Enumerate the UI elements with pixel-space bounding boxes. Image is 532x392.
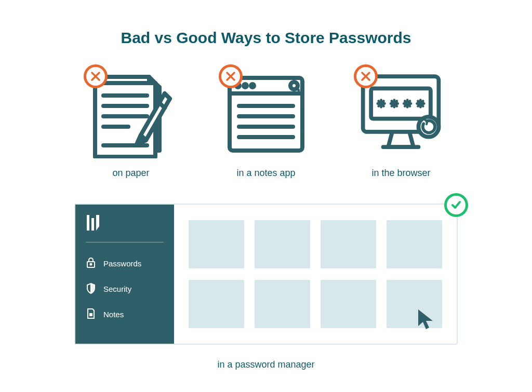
note-file-icon xyxy=(86,308,96,321)
svg-point-11 xyxy=(244,84,247,87)
good-option-label: in a password manager xyxy=(217,359,314,370)
pm-content-grid xyxy=(174,205,457,344)
bad-options-row: on paper xyxy=(0,67,532,179)
pm-logo-icon xyxy=(86,215,164,233)
svg-marker-41 xyxy=(96,215,99,231)
x-badge-icon xyxy=(354,64,378,88)
sidebar-item-label: Notes xyxy=(103,310,124,319)
sidebar-divider xyxy=(86,242,164,242)
pm-card[interactable] xyxy=(321,220,376,268)
sidebar-item-label: Security xyxy=(103,285,131,293)
bad-option-label: in the browser xyxy=(371,168,430,179)
svg-rect-44 xyxy=(90,314,92,316)
pm-card[interactable] xyxy=(387,220,442,268)
pm-card[interactable] xyxy=(255,280,310,328)
x-badge-icon xyxy=(84,64,108,88)
shield-icon xyxy=(86,282,96,295)
svg-rect-39 xyxy=(87,215,89,231)
svg-line-14 xyxy=(296,88,299,90)
sidebar-item-security[interactable]: Security xyxy=(86,282,164,295)
bad-option-label: on paper xyxy=(112,168,149,179)
x-badge-icon xyxy=(219,64,243,88)
svg-point-12 xyxy=(251,84,254,87)
sidebar-item-label: Passwords xyxy=(103,259,141,268)
bad-option-paper: on paper xyxy=(87,67,175,179)
lock-icon xyxy=(86,257,96,270)
cursor-icon xyxy=(416,307,437,332)
pm-card[interactable] xyxy=(255,220,310,268)
sidebar-item-notes[interactable]: Notes xyxy=(86,308,164,321)
bad-option-notes-app: in a notes app xyxy=(222,67,310,179)
pm-card[interactable] xyxy=(189,220,244,268)
password-manager-window: Passwords Security Notes xyxy=(74,204,458,345)
sidebar-item-passwords[interactable]: Passwords xyxy=(86,257,164,270)
pm-card[interactable] xyxy=(321,280,376,328)
good-option-row: Passwords Security Notes xyxy=(0,204,532,370)
pm-sidebar: Passwords Security Notes xyxy=(75,205,174,344)
pm-card[interactable] xyxy=(189,280,244,328)
page-title: Bad vs Good Ways to Store Passwords xyxy=(0,0,532,47)
bad-option-browser: in the browser xyxy=(357,67,445,179)
svg-point-43 xyxy=(90,264,92,265)
svg-rect-40 xyxy=(91,218,94,231)
bad-option-label: in a notes app xyxy=(236,168,295,179)
